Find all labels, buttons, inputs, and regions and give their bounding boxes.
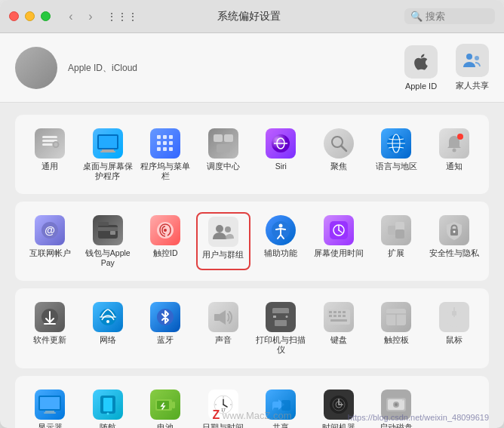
window-title: 系统偏好设置 xyxy=(93,10,404,23)
pref-language[interactable]: 语言与地区 xyxy=(369,125,424,183)
timemachine-icon xyxy=(324,390,354,420)
svg-rect-86 xyxy=(103,398,112,411)
pref-mcontrol[interactable]: 调度中心 xyxy=(196,125,251,183)
section-3: 软件更新 网络 xyxy=(15,288,489,368)
svg-point-87 xyxy=(106,412,109,414)
svg-rect-18 xyxy=(169,147,173,151)
pref-touchid[interactable]: 触控ID xyxy=(138,212,193,270)
pref-wallet[interactable]: 钱包与Apple Pay xyxy=(81,212,136,270)
back-button[interactable]: ‹ xyxy=(63,8,79,25)
svg-rect-83 xyxy=(45,411,54,412)
pref-extensions[interactable]: 扩展 xyxy=(369,212,424,270)
svg-rect-63 xyxy=(275,320,287,326)
pref-spotlight[interactable]: 聚焦 xyxy=(312,125,367,183)
language-icon xyxy=(381,128,411,159)
users-icon xyxy=(208,217,238,247)
svg-text:@: @ xyxy=(45,224,55,236)
desktop-icon xyxy=(93,128,123,159)
maximize-button[interactable] xyxy=(41,11,51,21)
svg-rect-73 xyxy=(338,315,341,317)
svg-point-1 xyxy=(475,56,479,60)
svg-rect-7 xyxy=(99,136,117,148)
svg-point-53 xyxy=(453,231,455,233)
launchpad-icon xyxy=(150,128,180,159)
svg-rect-67 xyxy=(329,311,332,313)
sound-icon xyxy=(208,302,238,332)
pref-sound[interactable]: 声音 xyxy=(196,299,251,357)
svg-point-39 xyxy=(164,229,167,232)
pref-keyboard[interactable]: 键盘 xyxy=(312,299,367,357)
pref-timemachine[interactable]: 时间机器 xyxy=(312,386,367,428)
svg-rect-17 xyxy=(163,147,167,151)
svg-rect-10 xyxy=(157,135,161,139)
screentime-label: 屏幕使用时间 xyxy=(314,248,364,258)
airdrop-label: 随航 xyxy=(100,423,116,428)
pref-siri[interactable]: Siri xyxy=(254,125,309,183)
pref-startup[interactable]: 启动磁盘 xyxy=(369,386,424,428)
pref-screentime[interactable]: 屏幕使用时间 xyxy=(312,212,367,270)
pref-network[interactable]: 网络 xyxy=(81,299,136,357)
section-1: 通用 桌面与屏幕保护程序 xyxy=(15,115,489,194)
family-sharing-action[interactable]: 家人共享 xyxy=(456,44,489,91)
svg-rect-50 xyxy=(395,229,404,239)
pref-trackpad[interactable]: 触控板 xyxy=(369,299,424,357)
siri-icon xyxy=(266,128,296,159)
bluetooth-label: 蓝牙 xyxy=(157,335,174,345)
traffic-lights xyxy=(9,11,51,21)
svg-point-43 xyxy=(279,224,283,228)
startup-label: 启动磁盘 xyxy=(380,423,413,428)
security-label: 安全性与隐私 xyxy=(429,248,479,258)
printer-icon xyxy=(266,302,296,332)
pref-desktop[interactable]: 桌面与屏幕保护程序 xyxy=(81,125,136,183)
svg-rect-71 xyxy=(329,315,332,317)
spotlight-label: 聚焦 xyxy=(330,162,347,171)
pref-general[interactable]: 通用 xyxy=(23,125,78,183)
search-input[interactable] xyxy=(426,11,493,22)
svg-rect-9 xyxy=(100,151,115,152)
svg-point-107 xyxy=(402,399,404,401)
svg-point-30 xyxy=(452,149,456,152)
display-label: 显示器 xyxy=(38,423,63,428)
svg-rect-69 xyxy=(338,311,341,313)
svg-rect-4 xyxy=(42,143,53,146)
accessibility-label: 辅助功能 xyxy=(264,248,297,258)
general-icon xyxy=(35,128,65,159)
pref-display[interactable]: 显示器 xyxy=(23,386,78,428)
internet-label: 互联网帐户 xyxy=(29,248,71,258)
pref-users[interactable]: 用户与群组 xyxy=(196,212,251,270)
language-label: 语言与地区 xyxy=(376,162,417,171)
pref-security[interactable]: 安全性与隐私 xyxy=(427,212,482,270)
close-button[interactable] xyxy=(9,11,19,21)
users-label: 用户与群组 xyxy=(202,250,244,260)
search-box[interactable]: 🔍 xyxy=(404,8,495,24)
minimize-button[interactable] xyxy=(25,11,35,21)
pref-bluetooth[interactable]: 蓝牙 xyxy=(138,299,193,357)
svg-rect-36 xyxy=(110,231,115,235)
pref-notification[interactable]: 通知 xyxy=(427,125,482,183)
pref-launchpad[interactable]: 程序坞与菜单栏 xyxy=(138,125,193,183)
svg-rect-84 xyxy=(44,412,56,414)
svg-point-58 xyxy=(106,320,109,323)
pref-mouse[interactable]: 鼠标 xyxy=(427,299,482,357)
svg-rect-60 xyxy=(214,314,220,321)
pref-printer[interactable]: 打印机与扫描仪 xyxy=(254,299,309,357)
mouse-label: 鼠标 xyxy=(446,335,463,345)
svg-rect-11 xyxy=(163,135,167,139)
svg-point-0 xyxy=(466,54,472,60)
pref-software[interactable]: 软件更新 xyxy=(23,299,78,357)
svg-rect-20 xyxy=(224,134,233,142)
pref-accessibility[interactable]: 辅助功能 xyxy=(254,212,309,270)
search-icon: 🔍 xyxy=(410,11,423,22)
pref-airdrop[interactable]: 随航 xyxy=(81,386,136,428)
pref-battery[interactable]: 电池 xyxy=(138,386,193,428)
titlebar: ‹ › ⋮⋮⋮ 系统偏好设置 🔍 xyxy=(0,0,504,33)
pref-internet[interactable]: @ 互联网帐户 xyxy=(23,212,78,270)
pref-datetime[interactable]: 17 日期与时间 xyxy=(196,386,251,428)
launchpad-label: 程序坞与菜单栏 xyxy=(140,162,192,180)
apple-id-action[interactable]: Apple ID xyxy=(404,45,438,91)
screentime-icon xyxy=(324,215,354,245)
network-icon xyxy=(93,302,123,332)
svg-rect-14 xyxy=(163,141,167,145)
svg-point-65 xyxy=(286,316,288,318)
pref-sharing[interactable]: 共享 xyxy=(254,386,309,428)
